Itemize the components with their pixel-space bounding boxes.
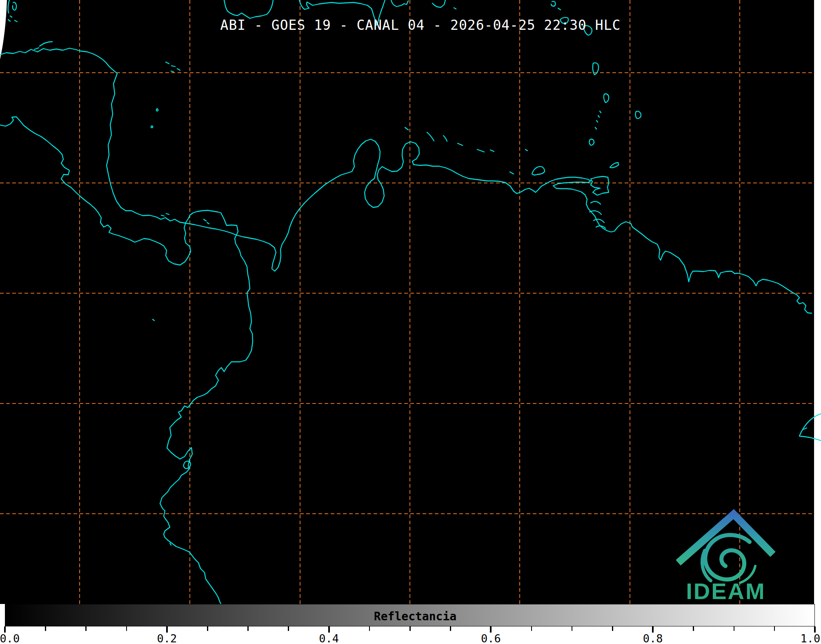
colorbar-minor-tick [247, 626, 249, 631]
graticule-gridlines [0, 0, 814, 604]
colorbar-minor-tick [126, 626, 127, 631]
colorbar-minor-tick [612, 626, 613, 631]
coastline-islands [8, 0, 821, 545]
colorbar-major-tick [652, 626, 654, 633]
ideam-logo-swirl [705, 535, 750, 579]
colorbar-gradient-bar: Reflectancia [5, 604, 815, 626]
coastline-caribbean-south-america [0, 48, 812, 313]
colorbar-tick-label: 0.6 [481, 632, 501, 644]
colorbar-major-tick [4, 626, 6, 633]
colorbar-label: Reflectancia [374, 610, 456, 623]
product-title: ABI - GOES 19 - CANAL 04 - 2026-04-25 22… [220, 17, 621, 33]
colorbar-major-tick [814, 626, 816, 633]
colorbar-minor-tick [409, 626, 411, 631]
ideam-logo-text: IDEAM [686, 578, 765, 604]
colorbar-tick-label: 0.2 [157, 632, 177, 644]
map-overlay-svg: IDEAM [0, 0, 821, 604]
colorbar-minor-tick [572, 626, 573, 631]
colorbar-minor-tick [369, 626, 370, 631]
colorbar-major-tick [166, 626, 168, 633]
colorbar-minor-tick [450, 626, 451, 631]
colorbar-tick-label: 0.8 [643, 632, 663, 644]
colorbar-tick-label: 1.0 [801, 632, 821, 644]
colorbar-major-tick [328, 626, 330, 633]
satellite-product-figure: IDEAM ABI - GOES 19 - CANAL 04 - 2026-04… [0, 0, 821, 644]
colorbar-major-tick [490, 626, 492, 633]
colorbar-minor-tick [85, 626, 87, 631]
coastline-pacific [0, 117, 253, 604]
colorbar-tick-label: 0.0 [0, 632, 20, 644]
map-canvas: IDEAM ABI - GOES 19 - CANAL 04 - 2026-04… [0, 0, 821, 604]
colorbar-minor-tick [531, 626, 532, 631]
ideam-logo: IDEAM [681, 514, 770, 604]
colorbar-minor-tick [288, 626, 289, 631]
colorbar-minor-tick [45, 626, 46, 631]
colorbar-minor-tick [734, 626, 735, 631]
colorbar-minor-tick [207, 626, 208, 631]
colorbar-minor-tick [774, 626, 775, 631]
colorbar-minor-tick [693, 626, 694, 631]
colorbar-tick-label: 0.4 [319, 632, 339, 644]
colorbar: Reflectancia 0.00.20.40.60.81.0 [0, 604, 821, 644]
